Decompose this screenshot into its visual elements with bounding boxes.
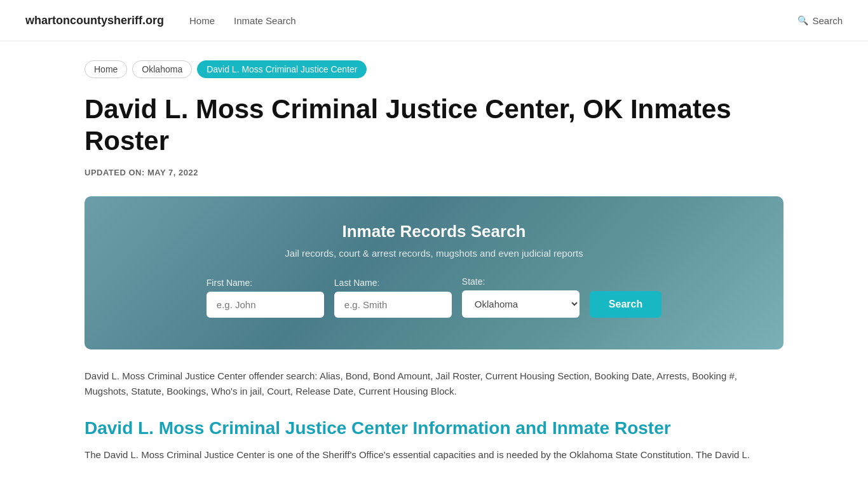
- navbar-search-label: Search: [812, 15, 843, 26]
- nav-link-home[interactable]: Home: [189, 15, 215, 26]
- last-name-group: Last Name:: [334, 278, 452, 318]
- updated-date: MAY 7, 2022: [147, 168, 198, 177]
- first-name-group: First Name:: [207, 278, 324, 318]
- breadcrumbs: Home Oklahoma David L. Moss Criminal Jus…: [85, 60, 783, 78]
- search-button[interactable]: Search: [590, 291, 661, 318]
- breadcrumb-home[interactable]: Home: [85, 60, 127, 78]
- search-icon: 🔍: [797, 15, 808, 25]
- breadcrumb-oklahoma[interactable]: Oklahoma: [132, 60, 192, 78]
- breadcrumb-active[interactable]: David L. Moss Criminal Justice Center: [197, 60, 367, 78]
- section-body: The David L. Moss Criminal Justice Cente…: [85, 447, 783, 463]
- navbar-search[interactable]: 🔍 Search: [797, 15, 843, 26]
- page-title: David L. Moss Criminal Justice Center, O…: [85, 93, 783, 158]
- state-group: State: Oklahoma Texas California New Yor…: [462, 276, 580, 318]
- navbar-brand[interactable]: whartoncountysheriff.org: [25, 14, 164, 27]
- updated-prefix: UPDATED ON:: [85, 168, 145, 177]
- description-text: David L. Moss Criminal Justice Center of…: [85, 369, 783, 399]
- main-content: Home Oklahoma David L. Moss Criminal Jus…: [59, 41, 809, 482]
- navbar: whartoncountysheriff.org Home Inmate Sea…: [0, 0, 868, 41]
- first-name-input[interactable]: [207, 292, 324, 318]
- first-name-label: First Name:: [207, 278, 252, 288]
- state-select[interactable]: Oklahoma Texas California New York: [462, 290, 580, 318]
- state-label: State:: [462, 276, 485, 287]
- search-widget-subtitle: Jail records, court & arrest records, mu…: [123, 248, 745, 259]
- search-fields: First Name: Last Name: State: Oklahoma T…: [123, 276, 745, 318]
- nav-link-inmate-search[interactable]: Inmate Search: [234, 15, 296, 26]
- updated-on: UPDATED ON: MAY 7, 2022: [85, 168, 783, 177]
- section-title: David L. Moss Criminal Justice Center In…: [85, 417, 783, 440]
- last-name-input[interactable]: [334, 292, 452, 318]
- navbar-links: Home Inmate Search: [189, 15, 797, 26]
- search-widget-title: Inmate Records Search: [123, 222, 745, 241]
- last-name-label: Last Name:: [334, 278, 380, 288]
- search-widget: Inmate Records Search Jail records, cour…: [85, 196, 783, 349]
